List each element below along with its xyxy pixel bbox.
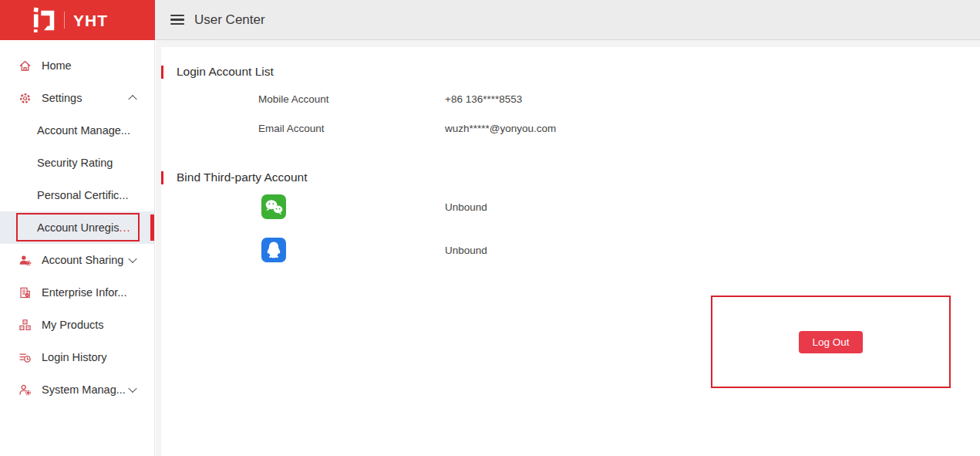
sidebar-item-label: Settings [42,92,82,104]
sidebar-item-account-sharing[interactable]: Account Sharing [0,244,154,276]
sidebar-item-label: Security Rating [37,157,113,169]
chevron-up-icon[interactable] [128,95,136,103]
sidebar-item-account-unregister[interactable]: Account Unregis... [0,211,154,244]
sidebar-item-system-management[interactable]: System Manag... [0,373,154,406]
section-header-bind-third-party: Bind Third-party Account [161,171,307,184]
section-title: Login Account List [177,65,274,79]
sidebar-item-security-rating[interactable]: Security Rating [0,147,154,179]
user-center-page: YHT User Center Home Settings Acc [0,0,980,456]
sidebar-item-label: Personal Certific... [37,189,128,201]
chevron-down-icon[interactable] [128,384,136,393]
content-card: Login Account List Mobile Account +86 13… [161,47,980,456]
qq-bind-status: Unbound [445,245,487,256]
sidebar-item-label: Account Unregis [37,221,119,234]
sidebar-item-account-management[interactable]: Account Manage... [0,114,154,147]
sidebar-item-label: Account Sharing [42,254,123,266]
login-history-icon [19,351,32,364]
yonyou-logo-icon [32,5,57,35]
mobile-account-value: +86 136****8553 [445,93,522,105]
sidebar-item-home[interactable]: Home [0,49,154,82]
chevron-down-icon[interactable] [128,255,136,263]
sidebar-item-label: System Manag... [42,383,126,396]
logo-divider [64,12,65,29]
mobile-account-label: Mobile Account [258,93,329,105]
enterprise-icon [19,286,32,299]
wechat-icon[interactable] [261,194,286,219]
page-title: User Center [194,12,265,28]
sidebar-item-label: My Products [42,319,104,331]
settings-icon [19,92,32,105]
email-account-label: Email Account [258,123,325,134]
sidebar-item-my-products[interactable]: My Products [0,309,154,341]
logout-button[interactable]: Log Out [799,331,862,353]
sidebar: Home Settings Account Manage... Security… [0,40,155,456]
brand-name: YHT [73,12,108,29]
active-item-indicator [150,214,154,241]
menu-toggle-icon[interactable] [170,15,184,25]
sidebar-item-label: Login History [42,351,107,363]
sidebar-item-label-ellipsis: ... [119,221,130,234]
section-accent-bar [161,66,163,79]
topbar: User Center [155,0,980,40]
home-icon [19,59,32,73]
system-management-icon [19,383,32,397]
sidebar-item-personal-certification[interactable]: Personal Certific... [0,179,154,211]
wechat-bind-status: Unbound [445,201,487,213]
content-area: Login Account List Mobile Account +86 13… [156,40,980,456]
sidebar-item-login-history[interactable]: Login History [0,341,154,373]
sidebar-item-label: Enterprise Infor... [42,286,126,299]
sidebar-item-enterprise-information[interactable]: Enterprise Infor... [0,276,154,309]
email-account-value: wuzh*****@yonyou.com [445,123,556,134]
brand-logo-block: YHT [0,0,155,40]
section-header-login-account-list: Login Account List [161,65,274,79]
account-sharing-icon [19,254,32,267]
sidebar-item-label: Account Manage... [37,124,130,137]
qq-icon[interactable] [261,238,286,262]
section-accent-bar [161,171,163,184]
products-icon [19,319,32,332]
section-title: Bind Third-party Account [177,171,307,184]
sidebar-item-settings[interactable]: Settings [0,82,154,114]
sidebar-item-label: Home [42,59,72,72]
annotation-box-logout: Log Out [711,296,951,388]
